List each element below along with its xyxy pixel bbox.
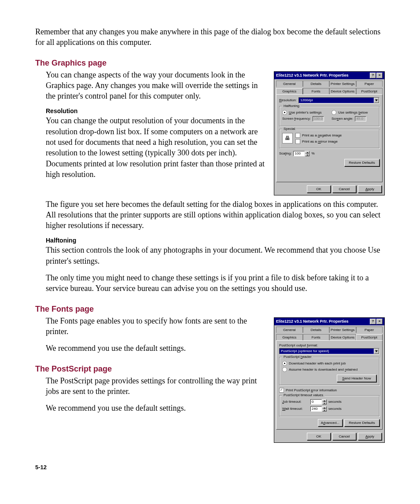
tab-details-2[interactable]: Details xyxy=(303,327,330,333)
tab-details[interactable]: Details xyxy=(303,81,330,87)
scaling-spinner[interactable]: ▲▼ xyxy=(305,151,309,156)
special-group: Special 🖶 Print as a negative image Prin… xyxy=(279,129,379,148)
special-icon: 🖶 xyxy=(282,133,293,143)
tab-fonts-2[interactable]: Fonts xyxy=(303,334,330,340)
cancel-button[interactable]: Cancel xyxy=(332,185,356,193)
tab-postscript-2[interactable]: PostScript xyxy=(356,334,383,340)
tabs-row-1: General Details Printer Settings Paper xyxy=(276,81,383,87)
screen-angle-label: Screen angle: xyxy=(332,117,353,121)
tab-paper[interactable]: Paper xyxy=(356,81,383,87)
tabs-row-2b: Graphics Fonts Device Options PostScript xyxy=(276,334,383,340)
tab-body-graphics: Resolution: 1200dpi Halftoning Use print… xyxy=(276,94,383,182)
dialog-button-row-2: OK Cancel Apply xyxy=(274,431,384,442)
help-button[interactable]: ? xyxy=(370,73,376,78)
scaling-unit: % xyxy=(311,151,314,155)
cancel-button-2[interactable]: Cancel xyxy=(332,433,356,440)
intro-paragraph: Remember that any changes you make anywh… xyxy=(35,26,385,48)
radio-assume-header[interactable]: Assume header is downloaded and retained xyxy=(282,367,376,372)
screen-freq-label: Screen frequency: xyxy=(282,117,311,121)
dialog-titlebar-2: Elite1212 v3.1 Network Prtr. Properties … xyxy=(274,318,384,325)
heading-fonts: The Fonts page xyxy=(35,305,385,314)
apply-button[interactable]: Apply xyxy=(358,185,382,193)
resolution-label: Resolution: xyxy=(279,98,297,102)
dialog-titlebar: Elite1212 v3.1 Network Prtr. Properties … xyxy=(274,72,384,79)
tab-printer-settings-2[interactable]: Printer Settings xyxy=(329,327,356,333)
tab-device-options[interactable]: Device Options xyxy=(329,88,356,94)
tabs-row-2: Graphics Fonts Device Options PostScript xyxy=(276,88,383,94)
radio-download-header[interactable]: Download header with each print job xyxy=(282,361,376,366)
help-button-2[interactable]: ? xyxy=(370,319,376,324)
page-number: 5-12 xyxy=(35,464,385,471)
tab-graphics[interactable]: Graphics xyxy=(276,88,303,94)
close-button-2[interactable]: × xyxy=(376,319,383,324)
advanced-button[interactable]: Advanced... xyxy=(318,419,343,427)
output-format-combo[interactable]: PostScript (optimize for speed) xyxy=(279,348,379,354)
restore-defaults-button-2[interactable]: Restore Defaults xyxy=(344,419,379,427)
tab-graphics-2[interactable]: Graphics xyxy=(276,334,303,340)
tab-general[interactable]: General xyxy=(276,81,303,87)
tab-fonts[interactable]: Fonts xyxy=(303,88,330,94)
heading-graphics: The Graphics page xyxy=(35,59,385,68)
resolution-value: 1200dpi xyxy=(299,98,374,103)
svg-marker-1 xyxy=(375,350,378,352)
job-spinner[interactable]: ▲▼ xyxy=(322,399,327,405)
close-button[interactable]: × xyxy=(376,73,383,78)
dialog-title: Elite1212 v3.1 Network Prtr. Properties xyxy=(276,73,369,77)
check-print-error[interactable]: ✓Print PostScript error information xyxy=(279,388,379,393)
special-label: Special xyxy=(282,127,296,131)
dialog-button-row: OK Cancel Apply xyxy=(274,184,384,195)
dialog-graphics: Elite1212 v3.1 Network Prtr. Properties … xyxy=(274,71,385,195)
tab-postscript[interactable]: PostScript xyxy=(356,88,383,94)
tab-printer-settings[interactable]: Printer Settings xyxy=(329,81,356,87)
tab-body-postscript: PostScript output format: PostScript (op… xyxy=(276,340,383,430)
screen-freq-input: 100.0 xyxy=(313,116,324,121)
dialog-title-2: Elite1212 v3.1 Network Prtr. Properties xyxy=(276,319,369,324)
tabs-row-1b: General Details Printer Settings Paper xyxy=(276,327,383,333)
restore-defaults-button[interactable]: Restore Defaults xyxy=(344,159,379,166)
radio-use-printer[interactable]: Use printer's settings xyxy=(282,110,327,115)
chevron-down-icon[interactable] xyxy=(374,98,379,103)
screen-angle-input: 45.0 xyxy=(355,116,366,121)
resolution-combo[interactable]: 1200dpi xyxy=(298,97,379,103)
halftoning-label: Halftoning xyxy=(282,104,301,108)
chevron-down-icon-2[interactable] xyxy=(374,349,379,354)
ok-button-2[interactable]: OK xyxy=(307,433,331,440)
scaling-label: Scaling: xyxy=(279,151,291,155)
scaling-input[interactable]: 100 xyxy=(293,151,305,156)
timeout-group: PostScript timeout values Job timeout: 0… xyxy=(279,395,379,416)
send-header-button[interactable]: Send Header Now xyxy=(337,375,376,382)
apply-button-2[interactable]: Apply xyxy=(358,433,382,440)
header-group-label: PostScript header xyxy=(282,355,313,359)
dialog-postscript: Elite1212 v3.1 Network Prtr. Properties … xyxy=(274,317,385,443)
radio-use-below[interactable]: Use settings below xyxy=(332,110,376,115)
output-format-label: PostScript output format: xyxy=(279,343,378,347)
tab-device-options-2[interactable]: Device Options xyxy=(329,334,356,340)
seconds-label-2: seconds xyxy=(328,407,342,411)
wait-timeout-label: Wait timeout: xyxy=(282,407,309,411)
subhead-halftoning: Halftoning xyxy=(46,237,385,244)
seconds-label-1: seconds xyxy=(328,400,342,404)
tab-general-2[interactable]: General xyxy=(276,327,303,333)
timeout-group-label: PostScript timeout values xyxy=(282,393,324,397)
job-timeout-label: Job timeout: xyxy=(282,400,309,404)
wait-timeout-input[interactable]: 240 xyxy=(310,406,322,412)
halftoning-para1: This section controls the look of any ph… xyxy=(46,245,385,266)
ok-button[interactable]: OK xyxy=(307,185,331,193)
halftoning-group: Halftoning Use printer's settings Use se… xyxy=(279,106,379,126)
job-timeout-input[interactable]: 0 xyxy=(310,399,322,405)
output-format-value: PostScript (optimize for speed) xyxy=(280,349,374,354)
halftoning-para2: The only time you might need to change t… xyxy=(46,272,385,294)
tab-paper-2[interactable]: Paper xyxy=(356,327,383,333)
svg-marker-0 xyxy=(375,99,378,101)
header-group: PostScript header Download header with e… xyxy=(279,357,379,385)
check-negative[interactable]: Print as a negative image xyxy=(295,133,342,138)
wait-spinner[interactable]: ▲▼ xyxy=(322,406,327,412)
resolution-para2: The figure you set here becomes the defa… xyxy=(46,199,385,231)
check-mirror[interactable]: Print as a mirror image xyxy=(295,139,342,144)
